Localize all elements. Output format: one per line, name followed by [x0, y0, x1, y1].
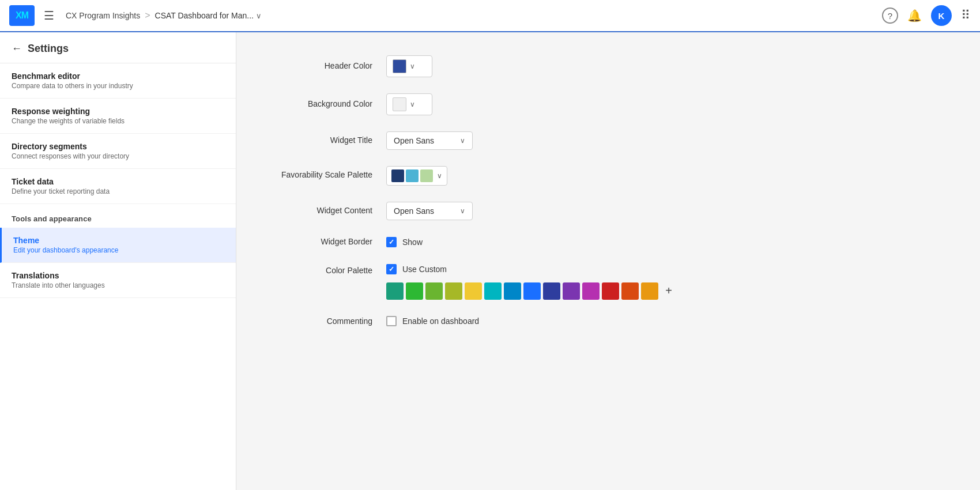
- palette-color-4[interactable]: [465, 282, 482, 300]
- sidebar-item-response-weighting-desc: Change the weights of variable fields: [12, 117, 224, 125]
- widget-border-row: Widget Border Show: [271, 236, 945, 248]
- sidebar-item-response-weighting[interactable]: Response weighting Change the weights of…: [0, 99, 236, 134]
- widget-content-font-select[interactable]: Open Sans ∨: [386, 202, 473, 220]
- palette-color-0[interactable]: [386, 282, 404, 300]
- palette-color-2[interactable]: [425, 282, 443, 300]
- header-color-label: Header Color: [271, 61, 386, 72]
- favorability-swatch-mid: [406, 169, 419, 182]
- commenting-label: Commenting: [271, 316, 386, 327]
- color-palette-row: Color Palette Use Custom +: [271, 264, 945, 300]
- palette-colors-row: +: [386, 282, 677, 300]
- widget-border-label: Widget Border: [271, 236, 386, 248]
- palette-color-3[interactable]: [445, 282, 462, 300]
- background-color-swatch: [393, 97, 406, 111]
- user-avatar[interactable]: K: [931, 5, 952, 26]
- settings-form: Header Color ∨ Background Color ∨ Widget…: [271, 55, 945, 327]
- sidebar-item-directory-segments-desc: Connect responses with your directory: [12, 152, 224, 160]
- use-custom-row: Use Custom: [386, 264, 677, 274]
- palette-color-8[interactable]: [543, 282, 560, 300]
- hamburger-icon[interactable]: ☰: [44, 9, 54, 22]
- tools-section-label: Tools and appearance: [0, 204, 236, 228]
- xm-logo[interactable]: XM: [9, 5, 35, 26]
- background-color-label: Background Color: [271, 99, 386, 110]
- favorability-palette-picker[interactable]: ∨: [386, 166, 447, 186]
- favorability-swatch-dark: [391, 169, 404, 182]
- sidebar-item-translations-desc: Translate into other languages: [12, 281, 224, 289]
- widget-content-label: Widget Content: [271, 205, 386, 217]
- widget-title-font-value: Open Sans: [394, 136, 434, 145]
- breadcrumb-current[interactable]: CSAT Dashboard for Man... ∨: [155, 11, 262, 20]
- breadcrumb-parent[interactable]: CX Program Insights: [66, 11, 140, 20]
- main-content: Header Color ∨ Background Color ∨ Widget…: [236, 32, 980, 490]
- widget-border-checkbox-row: Show: [386, 237, 423, 247]
- sidebar-item-response-weighting-title: Response weighting: [12, 107, 224, 116]
- favorability-palette-label: Favorability Scale Palette: [271, 166, 386, 181]
- sidebar-title: Settings: [28, 43, 69, 55]
- background-color-row: Background Color ∨: [271, 93, 945, 115]
- commenting-row: Commenting Enable on dashboard: [271, 316, 945, 327]
- add-color-button[interactable]: +: [661, 283, 677, 299]
- sidebar-item-ticket-data[interactable]: Ticket data Define your ticket reporting…: [0, 169, 236, 204]
- widget-content-dropdown-icon: ∨: [460, 207, 465, 215]
- sidebar-item-benchmark-desc: Compare data to others in your industry: [12, 82, 224, 90]
- sidebar-item-benchmark[interactable]: Benchmark editor Compare data to others …: [0, 63, 236, 99]
- palette-color-10[interactable]: [582, 282, 600, 300]
- sidebar: ← Settings Benchmark editor Compare data…: [0, 32, 236, 490]
- sidebar-item-theme-desc: Edit your dashboard's appearance: [13, 246, 224, 254]
- palette-color-11[interactable]: [602, 282, 619, 300]
- widget-border-show-label: Show: [402, 238, 423, 247]
- breadcrumb-dropdown-icon[interactable]: ∨: [256, 12, 262, 20]
- header-color-picker[interactable]: ∨: [386, 55, 432, 77]
- topnav-right: ? 🔔 K ⠿: [882, 5, 971, 26]
- main-layout: ← Settings Benchmark editor Compare data…: [0, 32, 980, 490]
- palette-color-1[interactable]: [406, 282, 423, 300]
- widget-title-label: Widget Title: [271, 135, 386, 146]
- color-palette-label: Color Palette: [271, 264, 386, 277]
- widget-content-font-value: Open Sans: [394, 206, 434, 216]
- sidebar-item-theme-title: Theme: [13, 236, 224, 245]
- widget-title-font-select[interactable]: Open Sans ∨: [386, 131, 473, 150]
- palette-color-9[interactable]: [563, 282, 580, 300]
- sidebar-item-ticket-data-desc: Define your ticket reporting data: [12, 187, 224, 195]
- sidebar-item-ticket-data-title: Ticket data: [12, 177, 224, 186]
- notification-icon[interactable]: 🔔: [907, 9, 922, 22]
- sidebar-item-theme[interactable]: Theme Edit your dashboard's appearance: [0, 228, 236, 263]
- back-arrow-icon[interactable]: ←: [12, 43, 22, 55]
- color-palette-section: Use Custom +: [386, 264, 677, 300]
- use-custom-checkbox[interactable]: [386, 264, 397, 274]
- sidebar-item-translations-title: Translations: [12, 271, 224, 280]
- palette-color-12[interactable]: [621, 282, 639, 300]
- breadcrumb-separator-icon: >: [145, 10, 150, 21]
- palette-color-13[interactable]: [641, 282, 658, 300]
- header-color-row: Header Color ∨: [271, 55, 945, 77]
- use-custom-label: Use Custom: [402, 265, 447, 274]
- help-icon[interactable]: ?: [882, 7, 898, 24]
- sidebar-header: ← Settings: [0, 32, 236, 63]
- palette-color-7[interactable]: [523, 282, 541, 300]
- breadcrumb: CX Program Insights > CSAT Dashboard for…: [66, 10, 262, 21]
- apps-grid-icon[interactable]: ⠿: [961, 8, 971, 23]
- palette-color-6[interactable]: [504, 282, 521, 300]
- widget-border-checkbox[interactable]: [386, 237, 397, 247]
- background-color-dropdown-icon: ∨: [410, 100, 415, 108]
- favorability-palette-row: Favorability Scale Palette ∨: [271, 166, 945, 186]
- favorability-palette-dropdown-icon: ∨: [437, 172, 442, 180]
- sidebar-item-translations[interactable]: Translations Translate into other langua…: [0, 263, 236, 298]
- sidebar-item-directory-segments[interactable]: Directory segments Connect responses wit…: [0, 134, 236, 169]
- commenting-checkbox-row: Enable on dashboard: [386, 316, 479, 326]
- topnav: XM ☰ CX Program Insights > CSAT Dashboar…: [0, 0, 980, 32]
- header-color-swatch: [393, 59, 406, 73]
- sidebar-item-benchmark-title: Benchmark editor: [12, 71, 224, 81]
- sidebar-item-directory-segments-title: Directory segments: [12, 142, 224, 151]
- palette-color-5[interactable]: [484, 282, 502, 300]
- commenting-checkbox[interactable]: [386, 316, 397, 326]
- widget-content-row: Widget Content Open Sans ∨: [271, 202, 945, 220]
- commenting-enable-label: Enable on dashboard: [402, 316, 479, 326]
- favorability-swatch-light: [420, 169, 433, 182]
- background-color-picker[interactable]: ∨: [386, 93, 432, 115]
- header-color-dropdown-icon: ∨: [410, 62, 415, 70]
- widget-title-row: Widget Title Open Sans ∨: [271, 131, 945, 150]
- widget-title-dropdown-icon: ∨: [460, 137, 465, 145]
